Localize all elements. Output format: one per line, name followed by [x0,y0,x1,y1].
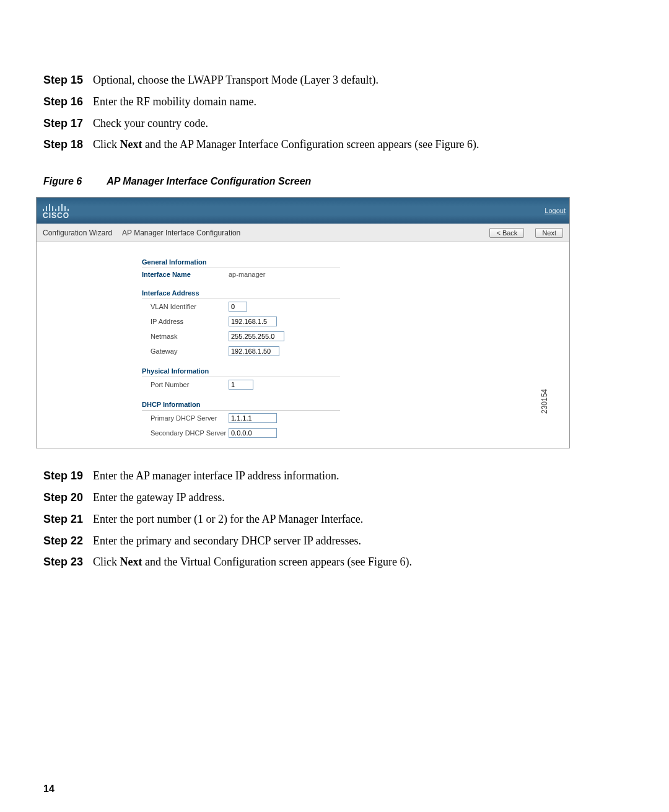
label-interface-name: Interface Name [142,271,229,278]
cisco-screenshot: CISCO Logout Configuration Wizard AP Man… [36,197,570,448]
section-heading-dhcp: DHCP Information [142,397,340,411]
step-text: Check your country code. [93,115,626,133]
step-line: Step 19 Enter the AP manager interface I… [43,467,626,485]
row-gateway: Gateway [142,344,569,359]
step-text-bold: Next [120,556,142,568]
label-secondary-dhcp: Secondary DHCP Server [142,429,229,437]
step-label: Step 20 [43,489,93,507]
step-text: Enter the RF mobility domain name. [93,93,626,111]
next-button[interactable]: Next [535,228,563,238]
row-vlan: VLAN Identifier [142,299,569,314]
cisco-bars-icon [43,203,69,211]
figure-title: AP Manager Interface Configuration Scree… [107,176,311,186]
row-interface-name: Interface Name ap-manager [142,268,569,281]
page-number: 14 [43,784,55,795]
figure-ref-id: 230154 [540,389,549,414]
step-label: Step 17 [43,115,93,133]
logout-link[interactable]: Logout [544,207,566,214]
value-interface-name: ap-manager [229,271,265,278]
cisco-brand-text: CISCO [43,212,69,219]
step-line: Step 17 Check your country code. [43,115,626,133]
screenshot-header: CISCO Logout [37,198,569,224]
step-line: Step 20 Enter the gateway IP address. [43,489,626,507]
step-text: Enter the AP manager interface IP addres… [93,467,626,485]
step-label: Step 23 [43,553,93,571]
input-vlan[interactable] [229,302,247,312]
step-label: Step 22 [43,532,93,550]
row-netmask: Netmask [142,329,569,344]
step-text-bold: Next [120,138,142,151]
step-label: Step 16 [43,93,93,111]
step-text-after: and the Virtual Configuration screen app… [142,556,411,568]
step-label: Step 19 [43,467,93,485]
label-port: Port Number [142,381,229,388]
row-primary-dhcp: Primary DHCP Server [142,411,569,426]
step-text: Enter the gateway IP address. [93,489,626,507]
screenshot-wrapper: CISCO Logout Configuration Wizard AP Man… [36,197,570,448]
input-netmask[interactable] [229,331,284,341]
step-text: Click Next and the AP Manager Interface … [93,136,626,154]
step-line: Step 16 Enter the RF mobility domain nam… [43,93,626,111]
input-secondary-dhcp[interactable] [229,428,277,438]
step-text: Optional, choose the LWAPP Transport Mod… [93,71,626,89]
steps-before-list: Step 15 Optional, choose the LWAPP Trans… [43,71,626,154]
input-port[interactable] [229,380,253,390]
step-label: Step 15 [43,71,93,89]
step-line: Step 15 Optional, choose the LWAPP Trans… [43,71,626,89]
page-title: AP Manager Interface Configuration [122,229,478,237]
step-text: Click Next and the Virtual Configuration… [93,553,626,571]
step-line: Step 22 Enter the primary and secondary … [43,532,626,550]
label-ip: IP Address [142,318,229,325]
step-label: Step 21 [43,510,93,528]
section-heading-interface-address: Interface Address [142,286,340,299]
row-port: Port Number [142,377,569,392]
row-secondary-dhcp: Secondary DHCP Server [142,426,569,440]
step-text-before: Click [93,556,120,568]
back-button[interactable]: < Back [489,228,524,238]
row-ip: IP Address [142,314,569,329]
label-netmask: Netmask [142,333,229,340]
step-line: Step 23 Click Next and the Virtual Confi… [43,553,626,571]
step-text-after: and the AP Manager Interface Configurati… [142,138,479,151]
cisco-logo: CISCO [43,203,69,219]
step-text-before: Click [93,138,120,151]
wizard-label: Configuration Wizard [43,229,112,237]
step-line: Step 18 Click Next and the AP Manager In… [43,136,626,154]
label-vlan: VLAN Identifier [142,303,229,310]
screenshot-toolbar: Configuration Wizard AP Manager Interfac… [37,224,569,242]
step-label: Step 18 [43,136,93,154]
input-primary-dhcp[interactable] [229,413,277,423]
step-line: Step 21 Enter the port number (1 or 2) f… [43,510,626,528]
label-primary-dhcp: Primary DHCP Server [142,414,229,422]
figure-caption: Figure 6AP Manager Interface Configurati… [43,176,626,187]
steps-after-list: Step 19 Enter the AP manager interface I… [43,467,626,571]
input-ip[interactable] [229,317,277,326]
section-heading-general: General Information [142,255,340,268]
step-text: Enter the port number (1 or 2) for the A… [93,510,626,528]
step-text: Enter the primary and secondary DHCP ser… [93,532,626,550]
figure-label: Figure 6 [43,176,82,186]
label-gateway: Gateway [142,347,229,355]
screenshot-body: General Information Interface Name ap-ma… [37,242,569,448]
section-heading-physical: Physical Information [142,364,340,377]
input-gateway[interactable] [229,346,279,356]
